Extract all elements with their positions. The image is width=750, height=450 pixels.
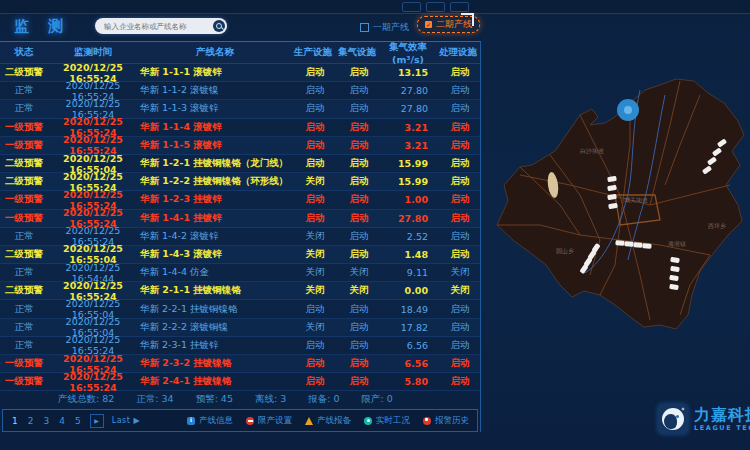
cell-proc: 启动 — [438, 175, 482, 188]
cell-eff: 15.99 — [382, 176, 438, 187]
cell-name: 华新 1-1-3 滚镀锌 — [138, 102, 294, 115]
cell-prod: 启动 — [294, 139, 336, 152]
cell-prod: 启动 — [294, 193, 336, 206]
cell-proc: 启动 — [438, 102, 482, 115]
cell-name: 华新 1-2-3 挂镀锌 — [138, 193, 294, 206]
cell-prod: 启动 — [294, 121, 336, 134]
page-number[interactable]: 2 — [27, 416, 35, 426]
cell-time: 2020/12/25 16:55:24 — [48, 371, 138, 393]
legend-label: 报警历史 — [435, 415, 469, 427]
cell-proc: 启动 — [438, 357, 482, 370]
cell-eff: 13.15 — [382, 67, 438, 78]
column-header: 生产设施 — [292, 46, 334, 59]
cell-proc: 启动 — [438, 121, 482, 134]
legend-item-limit[interactable]: 限产设置 — [246, 415, 292, 427]
phase1-line-checkbox[interactable]: 一期产线 — [360, 21, 409, 34]
page-number[interactable]: 4 — [58, 416, 66, 426]
cell-gas: 启动 — [336, 375, 382, 388]
cell-name: 华新 2-3-1 挂镀锌 — [138, 339, 294, 352]
site-marker[interactable] — [633, 242, 642, 248]
cell-gas: 启动 — [336, 230, 382, 243]
bottom-bar: 12345▶Last ▶ 产线信息限产设置产线报备实时工况报警历史 — [2, 409, 478, 432]
checkbox-icon[interactable] — [360, 23, 369, 32]
vendor-name: 力嘉科技 — [694, 407, 750, 423]
cell-name: 华新 1-4-3 滚镀锌 — [138, 248, 294, 261]
realtime-icon — [364, 417, 372, 425]
search-box[interactable] — [95, 18, 227, 34]
cell-eff: 3.21 — [382, 122, 438, 133]
page-number[interactable]: 3 — [42, 416, 50, 426]
cell-prod: 关闭 — [294, 248, 336, 261]
map-region-label: 白沙街道 — [580, 147, 604, 155]
cell-gas: 启动 — [336, 139, 382, 152]
cell-eff: 9.11 — [382, 267, 438, 278]
cell-status: 一级预警 — [0, 193, 48, 206]
cell-prod: 启动 — [294, 157, 336, 170]
site-marker[interactable] — [624, 241, 633, 247]
cell-gas: 启动 — [336, 321, 382, 334]
cell-eff: 27.80 — [382, 213, 438, 224]
cell-status: 一级预警 — [0, 212, 48, 225]
cell-status: 二级预警 — [0, 175, 48, 188]
cell-eff: 1.48 — [382, 249, 438, 260]
cell-proc: 启动 — [438, 303, 482, 316]
legend-item-realtime[interactable]: 实时工况 — [364, 415, 410, 427]
column-header: 监测时间 — [48, 46, 138, 59]
cell-name: 华新 1-2-1 挂镀铜镍铬（龙门线） — [138, 157, 294, 170]
cell-gas: 启动 — [336, 121, 382, 134]
decor-tab — [450, 2, 469, 12]
legend-item-history[interactable]: 报警历史 — [423, 415, 469, 427]
cell-gas: 启动 — [336, 66, 382, 79]
cell-gas: 启动 — [336, 339, 382, 352]
cell-prod: 启动 — [294, 375, 336, 388]
limit-icon — [246, 417, 254, 425]
summary-item: 正常: 34 — [136, 393, 173, 406]
cell-eff: 0.00 — [382, 285, 438, 296]
cell-eff: 6.56 — [382, 340, 438, 351]
cell-name: 华新 2-2-1 挂镀铜镍铬 — [138, 303, 294, 316]
cell-name: 华新 1-1-2 滚镀镍 — [138, 84, 294, 97]
cell-gas: 关闭 — [336, 266, 382, 279]
district-map[interactable]: 白沙街道城关街道西坪乡圆山乡海澄镇 — [480, 45, 750, 355]
table-row[interactable]: 一级预警2020/12/25 16:55:24华新 2-4-1 挂镀镍铬启动启动… — [0, 373, 480, 391]
cell-prod: 启动 — [294, 66, 336, 79]
page-number[interactable]: 5 — [74, 416, 82, 426]
cell-prod: 关闭 — [294, 284, 336, 297]
cell-name: 华新 1-2-2 挂镀铜镍铬（环形线） — [138, 175, 294, 188]
site-marker[interactable] — [642, 243, 651, 249]
page-number[interactable]: 1 — [11, 416, 19, 426]
cell-status: 一级预警 — [0, 121, 48, 134]
cell-name: 华新 2-4-1 挂镀镍铬 — [138, 375, 294, 388]
map-region-label: 海澄镇 — [668, 240, 686, 247]
table-body: 二级预警2020/12/25 16:55:24华新 1-1-1 滚镀锌启动启动1… — [0, 64, 480, 391]
site-marker[interactable] — [615, 240, 624, 246]
cell-gas: 启动 — [336, 303, 382, 316]
legend-item-report[interactable]: 产线报备 — [305, 415, 351, 427]
cell-eff: 27.80 — [382, 85, 438, 96]
search-input[interactable] — [95, 22, 213, 31]
legend-item-info[interactable]: 产线信息 — [187, 415, 233, 427]
cell-gas: 启动 — [336, 357, 382, 370]
cell-gas: 关闭 — [336, 284, 382, 297]
last-page-button[interactable]: Last ▶ — [112, 416, 140, 425]
cell-status: 二级预警 — [0, 284, 48, 297]
phase1-label: 一期产线 — [373, 21, 409, 34]
column-header: 处理设施 — [436, 46, 480, 59]
summary-bar: 产线总数: 82正常: 34预警: 45离线: 3报备: 0限产: 0 — [0, 391, 480, 408]
pagination: 12345▶Last ▶ — [11, 414, 140, 428]
cell-prod: 启动 — [294, 303, 336, 316]
cell-eff: 15.99 — [382, 158, 438, 169]
report-icon — [305, 417, 313, 425]
search-icon[interactable] — [213, 20, 225, 32]
cell-prod: 启动 — [294, 84, 336, 97]
cell-name: 华新 1-1-1 滚镀锌 — [138, 66, 294, 79]
cell-prod: 启动 — [294, 102, 336, 115]
alert-location-marker-core — [624, 106, 632, 114]
cell-status: 正常 — [0, 303, 48, 316]
cell-gas: 启动 — [336, 175, 382, 188]
next-page-button[interactable]: ▶ — [90, 414, 104, 428]
cell-status: 正常 — [0, 266, 48, 279]
cell-name: 华新 1-4-4 仿金 — [138, 266, 294, 279]
cell-name: 华新 1-4-2 滚镀锌 — [138, 230, 294, 243]
cell-gas: 启动 — [336, 84, 382, 97]
